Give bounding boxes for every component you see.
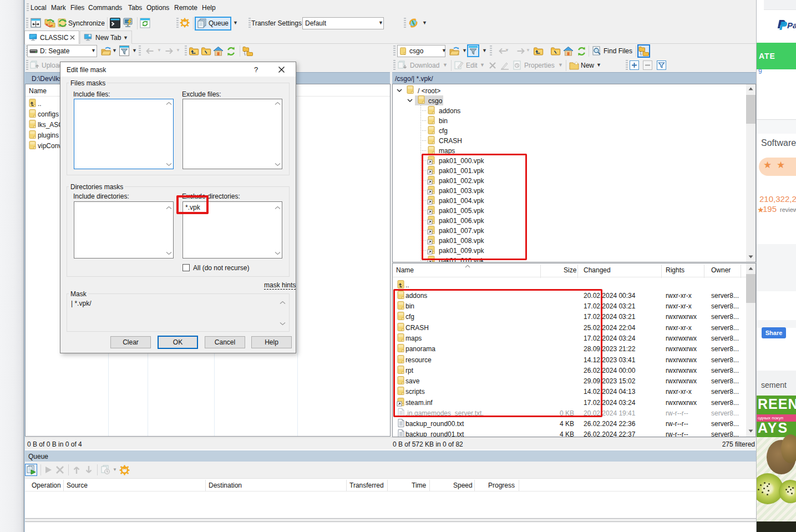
svg-text:Pa: Pa [787, 21, 796, 30]
